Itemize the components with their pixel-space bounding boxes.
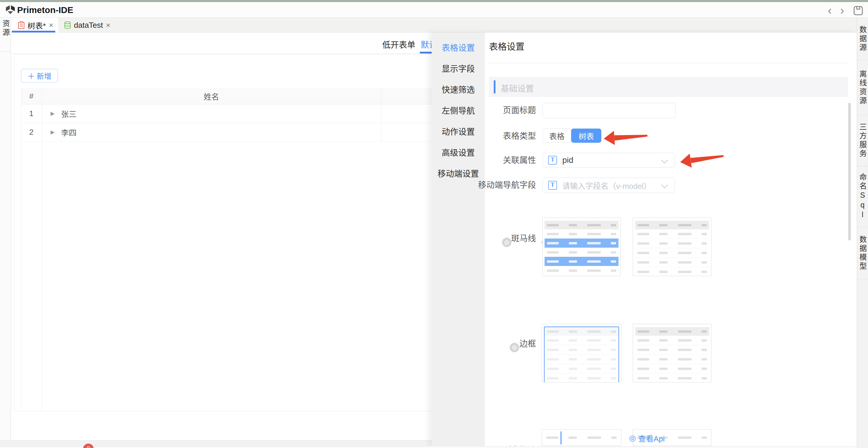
close-icon[interactable]: × — [49, 21, 53, 30]
border-preview-disabled — [633, 324, 712, 383]
settings-drawer: 表格设置 显示字段 快速筛选 左侧导航 动作设置 高级设置 移动端设置 表格设置… — [432, 33, 857, 446]
zebra-preview-disabled — [633, 217, 712, 276]
drawer-nav-mobile[interactable]: 移动端设置 — [432, 163, 485, 184]
table-row[interactable]: 1 ▶ 张三 — [21, 104, 437, 123]
coldrag-preview-enabled — [541, 429, 621, 446]
plus-icon: ＋ — [28, 70, 35, 81]
table-row[interactable]: 2 ▶ 李四 — [21, 123, 437, 141]
drawer-content: 表格设置 基础设置 页面标题 表格类型 表格 树表 关联属性 T — [485, 33, 857, 446]
column-header-index[interactable]: # — [21, 88, 42, 104]
divider — [0, 52, 11, 52]
form-file-icon — [18, 21, 25, 29]
column-divider — [42, 88, 42, 411]
drawer-scrollbar[interactable] — [848, 103, 851, 241]
field-label: 斑马线 — [489, 231, 536, 247]
database-file-icon — [64, 21, 71, 29]
drawer-nav-left-nav[interactable]: 左侧导航 — [432, 100, 485, 121]
tab-lowcode-form[interactable]: 低开表单 — [382, 38, 415, 50]
drawer-nav-advanced[interactable]: 高级设置 — [432, 141, 485, 163]
table-border-left — [21, 88, 21, 411]
app-window: Primeton-IDE ‹ › 资源 树表* × — [0, 0, 868, 448]
column-divider — [381, 88, 381, 141]
row-index: 2 — [21, 123, 42, 141]
field-label: 页面标题 — [485, 103, 536, 118]
text-field-icon: T — [548, 156, 557, 165]
save-icon[interactable] — [853, 6, 863, 15]
tab-datatest[interactable]: dataTest × — [61, 18, 112, 33]
annotation-arrow-icon — [679, 148, 725, 170]
table-preview-card: ＋新增 # 姓名 1 ▶ 张三 2 ▶ 李四 — [14, 54, 437, 411]
sidebar-item-resources[interactable]: 资源 — [0, 20, 11, 37]
border-preview-enabled — [541, 324, 621, 383]
tab-label: dataTest — [74, 21, 103, 30]
zebra-preview-enabled — [542, 217, 621, 276]
table-type-option-tree[interactable]: 树表 — [571, 129, 601, 143]
page-title-input[interactable] — [542, 103, 676, 118]
app-title: Primeton-IDE — [17, 5, 73, 15]
column-header-empty — [381, 88, 437, 104]
field-label: 关联属性 — [485, 153, 536, 168]
nav-forward-button[interactable]: › — [840, 4, 844, 17]
eye-icon: ◎ — [629, 434, 636, 443]
nav-back-button[interactable]: ‹ — [828, 4, 832, 17]
mobile-nav-field-select[interactable]: T 请输入字段名（v-model） — [542, 178, 675, 193]
add-row-button[interactable]: ＋新增 — [21, 69, 58, 83]
text-field-icon: T — [548, 181, 557, 190]
drawer-nav-action-settings[interactable]: 动作设置 — [432, 121, 485, 141]
field-label: 移动端导航字段 — [477, 178, 536, 193]
drag-indicator-line — [561, 431, 561, 444]
divider — [489, 63, 849, 63]
expand-icon[interactable]: ▶ — [51, 129, 55, 135]
select-value: pid — [562, 155, 573, 165]
left-resource-strip: 资源 — [0, 18, 11, 448]
file-tab-bar: 树表* × dataTest × — [11, 18, 857, 33]
window-top-strip — [0, 0, 868, 2]
expand-icon[interactable]: ▶ — [51, 110, 55, 117]
tab-label: 树表* — [28, 20, 46, 31]
sidebar-item-named-sql[interactable]: 命名Sql — [857, 166, 868, 227]
column-header-name[interactable]: 姓名 — [42, 88, 381, 104]
annotation-arrow-icon — [603, 128, 648, 146]
section-basic-settings: 基础设置 — [489, 77, 848, 97]
relation-attr-select[interactable]: T pid — [542, 153, 675, 167]
select-placeholder: 请输入字段名（v-model） — [562, 180, 651, 191]
chevron-down-icon — [661, 182, 668, 189]
sidebar-item-third-party-services[interactable]: 三方服务 — [857, 115, 868, 166]
field-label: 表格类型 — [485, 129, 536, 144]
table-type-toggle: 表格 树表 — [542, 129, 601, 143]
sidebar-item-datasource[interactable]: 数据源 — [857, 18, 868, 60]
row-name: 张三 — [61, 108, 76, 119]
right-resource-sidebar: 数据源 离线资源 三方服务 命名Sql 数据模型 — [857, 18, 868, 448]
drawer-nav-display-fields[interactable]: 显示字段 — [432, 58, 485, 78]
drawer-nav-table-settings[interactable]: 表格设置 — [432, 37, 485, 58]
close-icon[interactable]: × — [106, 21, 110, 30]
section-accent-bar — [494, 81, 495, 93]
field-label: 边框 — [503, 336, 536, 352]
drawer-nav: 表格设置 显示字段 快速筛选 左侧导航 动作设置 高级设置 移动端设置 — [432, 33, 485, 446]
sidebar-item-data-model[interactable]: 数据模型 — [857, 227, 868, 279]
section-title: 基础设置 — [501, 82, 534, 94]
app-logo-icon — [5, 4, 16, 15]
view-api-link[interactable]: ◎ 查看Api — [629, 433, 664, 444]
table-type-option-grid[interactable]: 表格 — [542, 129, 571, 143]
row-name: 李四 — [61, 127, 76, 138]
sidebar-item-offline-resources[interactable]: 离线资源 — [857, 60, 868, 115]
row-index: 1 — [21, 104, 42, 123]
drawer-title: 表格设置 — [489, 39, 524, 52]
title-bar: Primeton-IDE ‹ › — [0, 2, 868, 18]
drawer-nav-quick-filter[interactable]: 快速筛选 — [432, 78, 485, 100]
window-bottom-edge — [0, 446, 868, 448]
chevron-down-icon — [661, 157, 668, 164]
tab-tree-table[interactable]: 树表* × — [11, 18, 58, 33]
